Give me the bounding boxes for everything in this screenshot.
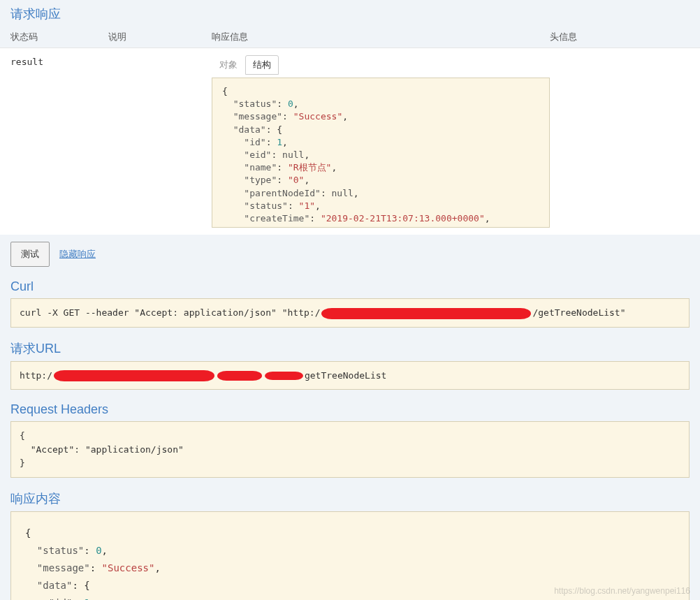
redacted-icon <box>54 370 214 381</box>
sample-json-box[interactable]: { "status": 0, "message": "Success", "da… <box>212 78 550 228</box>
col-status-code: 状态码 <box>10 31 108 43</box>
response-panel: 对象 结构 { "status": 0, "message": "Success… <box>212 55 550 228</box>
redacted-icon <box>321 308 531 319</box>
tabs: 对象 结构 <box>212 55 550 75</box>
result-row: result 对象 结构 { "status": 0, "message": "… <box>0 47 700 235</box>
redacted-icon <box>265 372 303 380</box>
redacted-icon <box>217 371 262 381</box>
col-header-info: 头信息 <box>550 31 690 43</box>
curl-block[interactable]: curl -X GET --header "Accept: applicatio… <box>10 298 690 328</box>
request-headers-block[interactable]: { "Accept": "application/json" } <box>10 421 690 478</box>
table-header-row: 状态码 说明 响应信息 头信息 <box>0 27 700 47</box>
section-curl: Curl <box>0 274 700 298</box>
col-description: 说明 <box>108 31 212 43</box>
tab-object[interactable]: 对象 <box>212 55 245 75</box>
actions-row: 测试 隐藏响应 <box>0 235 700 274</box>
section-request-headers: Request Headers <box>0 397 700 421</box>
section-request-url: 请求URL <box>0 335 700 361</box>
hide-response-link[interactable]: 隐藏响应 <box>59 248 96 261</box>
section-request-response: 请求响应 <box>0 0 700 27</box>
tab-structure[interactable]: 结构 <box>245 55 279 75</box>
request-url-block[interactable]: http:/getTreeNodeList <box>10 361 690 390</box>
test-button[interactable]: 测试 <box>10 242 50 267</box>
col-response-info: 响应信息 <box>212 31 550 43</box>
section-response-body: 响应内容 <box>0 485 700 511</box>
result-label: result <box>10 55 212 67</box>
response-body-block[interactable]: { "status": 0, "message": "Success", "da… <box>10 511 690 601</box>
